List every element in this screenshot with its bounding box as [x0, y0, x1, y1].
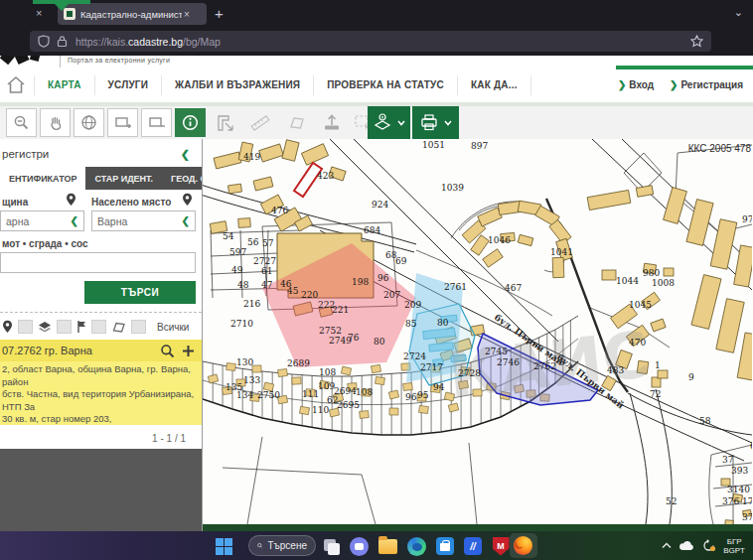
firefox-button[interactable]: [510, 533, 537, 558]
file-explorer-button[interactable]: [376, 535, 398, 557]
pin-filter-icon[interactable]: [2, 320, 13, 334]
antivirus-button[interactable]: M: [490, 535, 512, 557]
parcel-label: 69: [395, 256, 407, 266]
home-icon[interactable]: [6, 75, 26, 94]
upload-tool-icon[interactable]: [316, 108, 347, 137]
nav-item-zhalbi[interactable]: ЖАЛБИ И ВЪЗРАЖЕНИЯ: [161, 75, 313, 95]
zoom-box-out-button[interactable]: [141, 108, 172, 137]
chevron-down-icon: ❮: [182, 215, 190, 226]
print-dropdown[interactable]: [412, 106, 459, 139]
parcel-label: 1039: [441, 183, 464, 193]
tab-close-icon[interactable]: ×: [184, 9, 190, 20]
info-tool-button[interactable]: [175, 108, 206, 137]
parcel-label: 96: [377, 273, 389, 283]
nav-item-proverka[interactable]: ПРОВЕРКА НА СТАТУС: [313, 75, 457, 95]
active-tab-indicator: [33, 0, 90, 4]
globe-button[interactable]: [74, 108, 104, 137]
chevron-down-icon: ❮: [71, 215, 78, 226]
layers-filter-icon[interactable]: [38, 321, 52, 334]
language-indicator[interactable]: БГРBGPT: [723, 537, 745, 555]
location-pin-icon[interactable]: [66, 193, 76, 207]
login-link[interactable]: ❯Вход: [618, 79, 654, 90]
sync-icon[interactable]: [701, 539, 716, 552]
parcel-label: 109: [318, 381, 335, 391]
parcel-label: 2761: [444, 282, 467, 292]
zoom-to-result-icon[interactable]: [160, 344, 175, 358]
parcel-label: 393: [731, 466, 748, 476]
settlement-select[interactable]: Варна❮: [91, 210, 196, 231]
flag-filter-icon[interactable]: [76, 320, 86, 334]
location-pin-icon[interactable]: [182, 193, 193, 207]
municipality-select[interactable]: арна❮: [0, 210, 84, 231]
chat-icon: [350, 537, 369, 556]
edge-button[interactable]: [405, 535, 427, 557]
folder-icon: [378, 539, 397, 554]
registry-dropdown[interactable]: регистри ❮: [0, 141, 202, 168]
parcel-label: 2746: [497, 357, 520, 367]
cadastral-map[interactable]: КАИС бул. Първи майбул. Първи май 897979…: [202, 139, 753, 531]
filter-checkbox[interactable]: [91, 320, 106, 334]
slashes-app-icon: //: [464, 537, 482, 555]
filter-checkbox[interactable]: [57, 320, 72, 334]
parcel-label: 684: [364, 225, 380, 235]
result-title: 07.2762 гр. Варна: [2, 345, 160, 356]
filter-checkbox[interactable]: [18, 320, 33, 334]
result-description: 2, област Варна, община Варна, гр. Варна…: [0, 361, 202, 425]
scale-tool-icon[interactable]: [211, 108, 241, 137]
zoom-out-button[interactable]: [6, 108, 37, 137]
taskbar-search[interactable]: Търсене: [248, 535, 316, 556]
parcel-label: 80: [437, 318, 449, 328]
browser-tab[interactable]: Кадастрално-административн ×: [58, 3, 207, 25]
register-link[interactable]: ❯Регистрация: [670, 79, 743, 90]
map-canvas[interactable]: КАИС бул. Първи майбул. Първи май 897979…: [203, 139, 752, 524]
task-view-button[interactable]: [320, 535, 342, 557]
bookmark-star-icon[interactable]: [690, 35, 703, 48]
chat-button[interactable]: [348, 535, 370, 557]
chevron-down-icon: [444, 120, 452, 126]
url-field[interactable]: https://kais.cadastre.bg/bg/Map: [30, 31, 711, 52]
tab-identifikator[interactable]: ЕНТИФИКАТОР: [0, 167, 85, 190]
lock-icon[interactable]: [57, 35, 68, 48]
polygon-filter-icon[interactable]: [111, 321, 126, 334]
parcel-label: 49: [231, 265, 243, 275]
sidebar-footer-panel: [0, 449, 202, 531]
parcel-label: 1008: [652, 278, 675, 288]
layers-info-dropdown[interactable]: [368, 106, 410, 139]
parcel-label: 2745: [485, 347, 508, 356]
store-button[interactable]: [434, 535, 456, 557]
nav-item-karta[interactable]: КАРТА: [34, 75, 94, 95]
pan-hand-button[interactable]: [40, 108, 71, 137]
filter-checkbox[interactable]: [131, 320, 146, 334]
settlement-label: Населено място: [91, 197, 171, 208]
parcel-label: 2752: [319, 326, 342, 336]
add-result-icon[interactable]: [182, 345, 195, 357]
browser-urlbar: https://kais.cadastre.bg/bg/Map: [0, 28, 753, 56]
list-tabs-chevron-icon[interactable]: ⌄: [734, 6, 743, 19]
identifier-input[interactable]: [0, 252, 196, 273]
parcel-label: 173: [742, 496, 752, 506]
search-button[interactable]: ТЪРСИ: [84, 281, 196, 304]
start-button[interactable]: [213, 535, 234, 557]
parcel-label: 597: [229, 247, 246, 257]
edge-icon: [407, 537, 426, 556]
parcel-label: 108: [319, 367, 336, 377]
polygon-tool-icon[interactable]: [281, 108, 312, 137]
onedrive-cloud-icon[interactable]: [678, 540, 694, 551]
parcel-label: 85: [405, 319, 417, 329]
tab-star-ident[interactable]: СТАР ИДЕНТ.: [85, 167, 162, 190]
app-button[interactable]: //: [462, 535, 484, 557]
parcel-label: 95: [417, 390, 429, 400]
nav-item-kak-da[interactable]: КАК ДА...: [457, 75, 531, 95]
result-item-header[interactable]: 07.2762 гр. Варна: [0, 340, 202, 361]
tray-chevron-up-icon[interactable]: [662, 542, 672, 549]
close-icon[interactable]: ×: [36, 7, 42, 19]
new-tab-button[interactable]: +: [215, 4, 224, 24]
parcel-label: 48: [237, 280, 249, 290]
parcel-label: 45: [287, 286, 299, 296]
nav-item-uslugi[interactable]: УСЛУГИ: [94, 75, 162, 95]
zoom-box-in-button[interactable]: [107, 108, 138, 137]
parcel-label: 2695: [337, 400, 360, 410]
ruler-tool-icon[interactable]: [244, 108, 275, 137]
parcel-label: 2727: [253, 256, 276, 266]
shield-icon[interactable]: [38, 35, 50, 48]
